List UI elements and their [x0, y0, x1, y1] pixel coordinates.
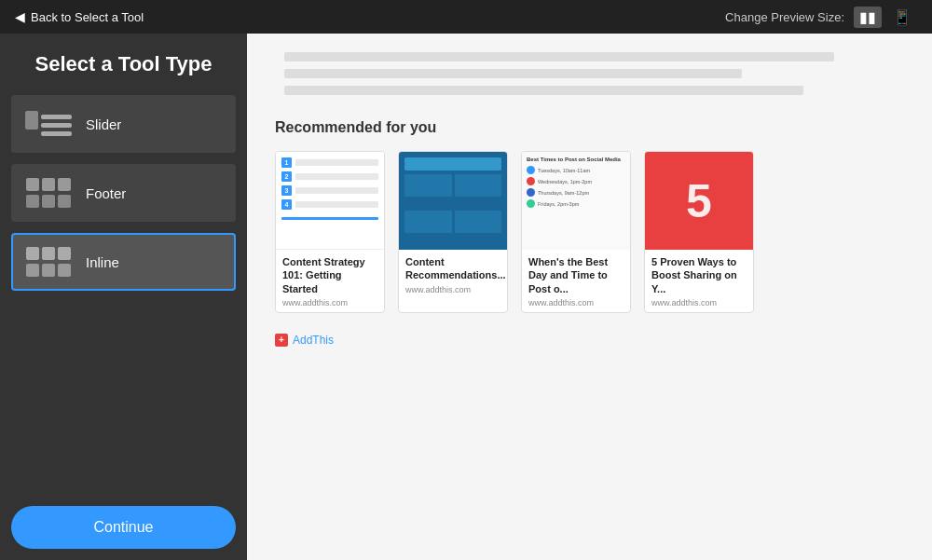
card-body-2: Content Recommendations... www.addthis.c…	[399, 250, 507, 299]
card-content-strategy[interactable]: 1 2 3 4 Content Strategy 101: Getting St…	[275, 151, 385, 313]
continue-button[interactable]: Continue	[11, 506, 236, 549]
placeholder-line-2	[284, 69, 742, 78]
card-body-3: When's the Best Day and Time to Post o..…	[522, 250, 630, 312]
slider-label: Slider	[86, 116, 121, 132]
preview-area: Recommended for you 1 2 3 4 Content Stra…	[247, 34, 932, 560]
inline-label: Inline	[86, 254, 119, 270]
topbar: ◀ Back to Select a Tool Change Preview S…	[0, 0, 932, 34]
card-thumb-2	[399, 152, 507, 250]
card-best-times[interactable]: Best Times to Post on Social Media Tuesd…	[521, 151, 631, 313]
card3-title: Best Times to Post on Social Media	[527, 157, 625, 162]
card3-row-4: Fridays, 2pm-3pm	[538, 201, 579, 207]
svg-rect-3	[41, 131, 72, 136]
footer-icon	[24, 175, 73, 211]
preview-icon-group: ▮▮ 📱	[854, 7, 917, 28]
back-arrow-icon: ◀	[15, 9, 25, 24]
card-title-3: When's the Best Day and Time to Post o..…	[528, 255, 624, 295]
svg-rect-6	[58, 178, 71, 191]
preview-controls: Change Preview Size: ▮▮ 📱	[725, 7, 917, 28]
inline-icon	[24, 244, 73, 280]
svg-rect-10	[26, 247, 39, 260]
svg-rect-8	[42, 195, 55, 208]
svg-rect-4	[26, 178, 39, 191]
card-url-2: www.addthis.com	[405, 285, 500, 294]
svg-rect-9	[58, 195, 71, 208]
card-body-1: Content Strategy 101: Getting Started ww…	[276, 250, 384, 312]
recommended-heading: Recommended for you	[275, 119, 904, 136]
svg-rect-1	[41, 115, 72, 119]
card-body-4: 5 Proven Ways to Boost Sharing on Y... w…	[645, 250, 753, 312]
svg-rect-14	[42, 264, 55, 277]
svg-rect-11	[42, 247, 55, 260]
placeholder-line-1	[284, 52, 834, 61]
footer-label: Footer	[86, 185, 126, 201]
svg-rect-7	[26, 195, 39, 208]
card-content-recommendations[interactable]: Content Recommendations... www.addthis.c…	[398, 151, 508, 313]
card-url-3: www.addthis.com	[528, 298, 624, 307]
addthis-plus-icon: +	[275, 334, 288, 347]
svg-rect-15	[58, 264, 71, 277]
addthis-label: AddThis	[293, 334, 334, 347]
tool-item-footer[interactable]: Footer	[11, 164, 236, 222]
card4-number: 5	[686, 178, 712, 225]
back-button[interactable]: ◀ Back to Select a Tool	[15, 9, 144, 24]
card-url-4: www.addthis.com	[651, 298, 747, 307]
tool-item-slider[interactable]: Slider	[11, 95, 236, 153]
sidebar: Select a Tool Type Slider	[0, 34, 247, 560]
svg-rect-12	[58, 247, 71, 260]
svg-rect-2	[41, 123, 72, 128]
svg-rect-13	[26, 264, 39, 277]
card-thumb-1: 1 2 3 4	[276, 152, 384, 250]
desktop-preview-button[interactable]: ▮▮	[854, 7, 882, 28]
card3-row-2: Wednesdays, 1pm-2pm	[538, 179, 592, 184]
card-title-4: 5 Proven Ways to Boost Sharing on Y...	[651, 255, 747, 295]
back-label: Back to Select a Tool	[31, 10, 144, 24]
tool-item-inline[interactable]: Inline	[11, 233, 236, 291]
placeholder-line-3	[284, 86, 803, 95]
svg-rect-5	[42, 178, 55, 191]
preview-size-label: Change Preview Size:	[725, 10, 844, 24]
placeholder-content	[275, 52, 904, 95]
card3-row-1: Tuesdays, 10am-11am	[538, 168, 590, 173]
card-url-1: www.addthis.com	[282, 298, 377, 307]
card3-row-3: Thursdays, 9am-12pm	[538, 190, 589, 196]
card-thumb-3: Best Times to Post on Social Media Tuesd…	[522, 152, 630, 250]
sidebar-title: Select a Tool Type	[11, 52, 236, 76]
card-title-2: Content Recommendations...	[405, 255, 500, 282]
cards-row: 1 2 3 4 Content Strategy 101: Getting St…	[275, 151, 904, 313]
card-title-1: Content Strategy 101: Getting Started	[282, 255, 377, 295]
main-layout: Select a Tool Type Slider	[0, 34, 932, 560]
card-5-proven-ways[interactable]: 5 5 Proven Ways to Boost Sharing on Y...…	[644, 151, 754, 313]
card-thumb-4: 5	[645, 152, 753, 250]
svg-rect-0	[25, 111, 38, 130]
addthis-branding: + AddThis	[275, 334, 904, 347]
mobile-preview-button[interactable]: 📱	[887, 7, 917, 28]
slider-icon	[24, 106, 73, 142]
